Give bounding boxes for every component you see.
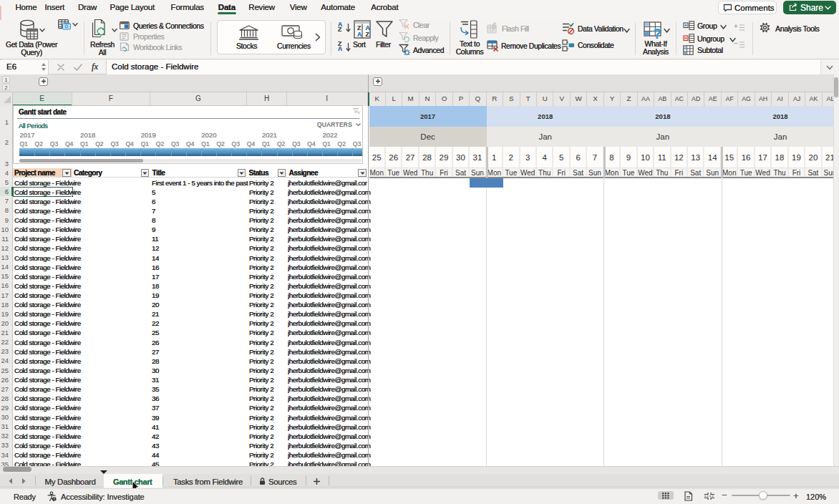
svg-text:?: ? bbox=[653, 26, 661, 40]
